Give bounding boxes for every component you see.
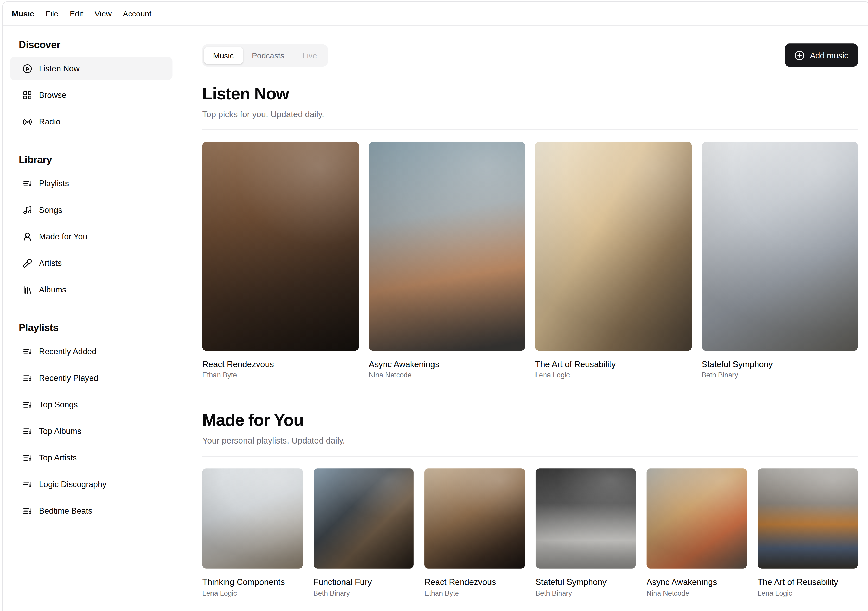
list-music-icon bbox=[23, 400, 32, 409]
menubar-item-view[interactable]: View bbox=[89, 5, 117, 21]
sidebar-section-library: Library Playlists Songs bbox=[10, 154, 172, 302]
list-music-icon bbox=[23, 426, 32, 436]
tab-podcasts[interactable]: Podcasts bbox=[243, 47, 293, 64]
list-music-icon bbox=[23, 347, 32, 356]
add-music-button[interactable]: Add music bbox=[785, 44, 858, 67]
album-artist: Ethan Byte bbox=[202, 372, 359, 379]
album-cover[interactable] bbox=[202, 142, 359, 351]
album-cover[interactable] bbox=[535, 468, 636, 569]
album-grid-listen-now: React Rendezvous Ethan Byte Async Awaken… bbox=[202, 142, 858, 379]
tab-music[interactable]: Music bbox=[204, 47, 243, 64]
sidebar-item-browse[interactable]: Browse bbox=[10, 83, 172, 107]
sidebar-item-playlists[interactable]: Playlists bbox=[10, 171, 172, 195]
layout-grid-icon bbox=[23, 90, 32, 100]
album-grid-made-for-you: Thinking Components Lena Logic Functiona… bbox=[202, 468, 858, 598]
album-card: React Rendezvous Ethan Byte bbox=[425, 468, 525, 598]
sidebar-heading-discover: Discover bbox=[10, 39, 172, 51]
album-cover[interactable] bbox=[646, 468, 747, 569]
sidebar-item-label: Playlists bbox=[39, 179, 69, 188]
sidebar-item-label: Recently Added bbox=[39, 347, 96, 356]
album-title: The Art of Reusability bbox=[757, 578, 858, 587]
menubar-item-music[interactable]: Music bbox=[6, 5, 40, 21]
album-artist: Nina Netcode bbox=[369, 372, 525, 379]
sidebar-item-label: Bedtime Beats bbox=[39, 506, 92, 515]
sidebar-item-label: Recently Played bbox=[39, 373, 98, 382]
album-title: React Rendezvous bbox=[425, 578, 525, 587]
sidebar-item-label: Radio bbox=[39, 117, 60, 126]
tabs-list: Music Podcasts Live bbox=[202, 44, 328, 67]
user-round-icon bbox=[23, 232, 32, 241]
app-body: Discover Listen Now Browse bbox=[3, 25, 868, 611]
sidebar-item-radio[interactable]: Radio bbox=[10, 110, 172, 133]
album-artist: Nina Netcode bbox=[646, 590, 747, 598]
album-title: Functional Fury bbox=[313, 578, 414, 587]
album-cover[interactable] bbox=[313, 468, 414, 569]
sidebar-item-label: Browse bbox=[39, 91, 67, 100]
sidebar-item-logic-discography[interactable]: Logic Discography bbox=[10, 473, 172, 496]
list-music-icon bbox=[23, 373, 32, 382]
album-card: The Art of Reusability Lena Logic bbox=[757, 468, 858, 598]
album-card: Async Awakenings Nina Netcode bbox=[646, 468, 747, 598]
album-cover[interactable] bbox=[425, 468, 525, 569]
album-artist: Beth Binary bbox=[313, 590, 414, 598]
tab-live: Live bbox=[293, 47, 326, 64]
sidebar-item-albums[interactable]: Albums bbox=[10, 278, 172, 301]
sidebar-item-recently-played[interactable]: Recently Played bbox=[10, 366, 172, 390]
section-title: Listen Now bbox=[202, 84, 858, 104]
sidebar-section-discover: Discover Listen Now Browse bbox=[10, 39, 172, 134]
sidebar-item-label: Top Songs bbox=[39, 400, 78, 409]
album-title: Stateful Symphony bbox=[702, 360, 858, 369]
album-artist: Lena Logic bbox=[757, 590, 858, 598]
sidebar-heading-playlists: Playlists bbox=[10, 322, 172, 334]
menubar-item-account[interactable]: Account bbox=[117, 5, 157, 21]
circle-plus-icon bbox=[795, 50, 805, 60]
section-subtitle: Top picks for you. Updated daily. bbox=[202, 108, 858, 120]
microphone-icon bbox=[23, 258, 32, 268]
album-cover[interactable] bbox=[369, 142, 525, 351]
music-note-icon bbox=[23, 205, 32, 215]
sidebar-item-bedtime-beats[interactable]: Bedtime Beats bbox=[10, 499, 172, 523]
album-card: Thinking Components Lena Logic bbox=[202, 468, 303, 598]
section-subtitle: Your personal playlists. Updated daily. bbox=[202, 434, 858, 446]
app-window: Music File Edit View Account Discover Li… bbox=[2, 1, 868, 611]
album-artist: Lena Logic bbox=[202, 590, 303, 598]
sidebar-item-artists[interactable]: Artists bbox=[10, 251, 172, 275]
menubar-item-file[interactable]: File bbox=[40, 5, 64, 21]
album-cover[interactable] bbox=[702, 142, 858, 351]
album-card: The Art of Reusability Lena Logic bbox=[535, 142, 691, 379]
album-card: Async Awakenings Nina Netcode bbox=[369, 142, 525, 379]
list-music-icon bbox=[23, 506, 32, 516]
menubar-item-edit[interactable]: Edit bbox=[64, 5, 89, 21]
main-content: Music Podcasts Live Add music Listen Now… bbox=[180, 25, 868, 611]
album-cover[interactable] bbox=[202, 468, 303, 569]
menubar: Music File Edit View Account bbox=[3, 2, 868, 25]
sidebar-item-label: Artists bbox=[39, 259, 62, 268]
album-title: Stateful Symphony bbox=[535, 578, 636, 587]
album-artist: Beth Binary bbox=[702, 372, 858, 379]
separator bbox=[202, 456, 858, 456]
content-header: Music Podcasts Live Add music bbox=[202, 44, 858, 67]
sidebar-item-songs[interactable]: Songs bbox=[10, 198, 172, 222]
sidebar-item-listen-now[interactable]: Listen Now bbox=[10, 56, 172, 80]
radio-icon bbox=[23, 117, 32, 126]
list-music-icon bbox=[23, 479, 32, 489]
sidebar-item-recently-added[interactable]: Recently Added bbox=[10, 339, 172, 363]
separator bbox=[202, 129, 858, 130]
album-card: Stateful Symphony Beth Binary bbox=[535, 468, 636, 598]
album-title: The Art of Reusability bbox=[535, 360, 691, 369]
sidebar-item-top-albums[interactable]: Top Albums bbox=[10, 419, 172, 443]
sidebar-item-top-songs[interactable]: Top Songs bbox=[10, 392, 172, 416]
section-listen-now: Listen Now Top picks for you. Updated da… bbox=[202, 84, 858, 379]
sidebar-item-top-artists[interactable]: Top Artists bbox=[10, 446, 172, 470]
album-title: Async Awakenings bbox=[369, 360, 525, 369]
sidebar-item-label: Albums bbox=[39, 285, 67, 294]
album-cover[interactable] bbox=[535, 142, 691, 351]
sidebar-item-made-for-you[interactable]: Made for You bbox=[10, 224, 172, 248]
section-title: Made for You bbox=[202, 410, 858, 430]
album-title: React Rendezvous bbox=[202, 360, 359, 369]
list-music-icon bbox=[23, 179, 32, 188]
sidebar-item-label: Top Artists bbox=[39, 453, 77, 462]
album-cover[interactable] bbox=[757, 468, 858, 569]
album-card: Functional Fury Beth Binary bbox=[313, 468, 414, 598]
album-card: Stateful Symphony Beth Binary bbox=[702, 142, 858, 379]
